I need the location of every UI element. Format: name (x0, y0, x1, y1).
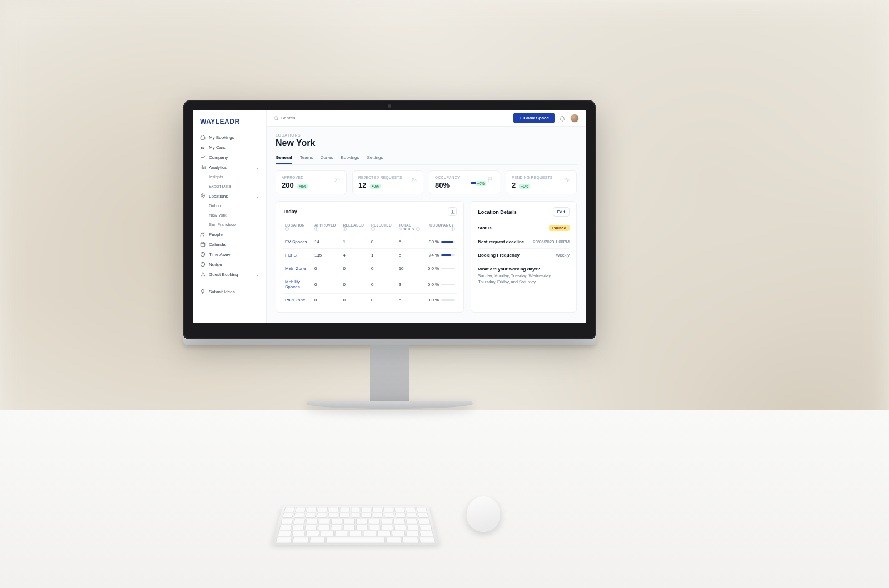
nav-loc-new-york[interactable]: New York (197, 210, 263, 220)
nav-label: Export Data (209, 184, 231, 189)
download-icon (450, 209, 455, 214)
info-icon: ⓘ (343, 227, 347, 231)
tab-bookings[interactable]: Bookings (341, 153, 359, 164)
nav-time-away[interactable]: Time Away (197, 249, 263, 259)
search-input[interactable] (281, 115, 392, 120)
kpi-occupancy: OCCUPANCY 80% +0% (429, 170, 500, 194)
sidebar: WAYLEADR My Bookings My Cars Company (193, 110, 267, 323)
nav-people[interactable]: People (197, 229, 263, 239)
cell-total: 5 (397, 294, 426, 307)
kpi-label: OCCUPANCY (435, 175, 494, 179)
cell-location[interactable]: Paid Zone (283, 294, 312, 307)
nav-submit-ideas[interactable]: Submit Ideas (197, 287, 263, 296)
monitor-neck (370, 345, 409, 401)
detail-deadline: Next request deadline 23/06/2023 1:00PM (478, 235, 570, 249)
table-row: Mobility Spaces00030.0 % (283, 275, 457, 294)
kpi-value: 80% (435, 181, 450, 189)
cell-total: 5 (397, 235, 426, 249)
kpi-approved: APPROVED 200 +0% (276, 170, 347, 194)
status-badge: Paused (549, 225, 570, 231)
kpi-value: 12 (358, 181, 366, 189)
nav-nudge[interactable]: Nudge (197, 259, 263, 269)
avatar[interactable] (570, 114, 579, 123)
cell-location[interactable]: Mobility Spaces (283, 275, 312, 294)
col-occupancy: OCCUPANCY ⓘ (425, 220, 457, 235)
home-icon (200, 134, 206, 140)
nav-calendar[interactable]: Calendar (197, 239, 263, 249)
nav-my-cars[interactable]: My Cars (197, 142, 263, 152)
page-title: New York (276, 138, 577, 148)
col-released: RELEASED ⓘ (341, 220, 368, 235)
tab-settings[interactable]: Settings (367, 153, 383, 164)
cell-rejected: 0 (369, 275, 397, 294)
book-space-button[interactable]: + Book Space (513, 113, 555, 123)
tab-zones[interactable]: Zones (321, 153, 333, 164)
nav-loc-dublin[interactable]: Dublin (197, 201, 263, 210)
nav-label: Time Away (209, 252, 231, 257)
bell-icon[interactable] (559, 115, 566, 122)
kpi-value: 2 (512, 181, 516, 189)
nav-my-bookings[interactable]: My Bookings (197, 132, 263, 142)
plus-icon: + (519, 115, 522, 120)
edit-button[interactable]: Edit (553, 207, 570, 217)
tab-teams[interactable]: Teams (300, 153, 313, 164)
detail-value: 23/06/2023 1:00PM (533, 239, 570, 244)
svg-point-11 (412, 178, 414, 180)
book-label: Book Space (523, 115, 549, 120)
svg-point-2 (202, 195, 204, 197)
nav-insights[interactable]: Insights (197, 172, 263, 182)
nav-label: People (209, 232, 223, 237)
tab-general[interactable]: General (276, 153, 292, 164)
tabs: General Teams Zones Bookings Settings (276, 153, 577, 165)
occupancy-bar (441, 284, 455, 285)
working-days-question: What are your working days? (478, 267, 570, 272)
nav-label: My Cars (209, 145, 226, 150)
nav-label: New York (209, 213, 227, 218)
kpi-pending: PENDING REQUESTS 2 +0% (506, 170, 577, 194)
download-button[interactable] (448, 207, 457, 216)
occupancy-bar (441, 268, 455, 269)
info-icon: ⓘ (451, 227, 455, 231)
info-icon: ⓘ (285, 227, 289, 231)
nav-analytics[interactable]: Analytics ⌄ (197, 162, 263, 172)
cell-occupancy: 0.0 % (425, 294, 457, 307)
detail-label: Next request deadline (478, 239, 524, 244)
cell-location[interactable]: FCFS (283, 249, 312, 262)
nav-loc-sf[interactable]: San Francisco (197, 220, 263, 229)
nav-label: San Francisco (209, 222, 236, 227)
chevron-down-icon: ⌄ (256, 194, 259, 199)
cell-released: 0 (341, 275, 368, 294)
cell-total: 3 (397, 275, 426, 294)
table-row: Paid Zone00050.0 % (283, 294, 457, 307)
nav: My Bookings My Cars Company Analytics ⌄ (193, 132, 266, 296)
nav-company[interactable]: Company (197, 152, 263, 162)
nav-guest-booking[interactable]: Guest Booking ⌄ (197, 269, 263, 279)
nav-label: Calendar (209, 242, 227, 247)
cell-total: 10 (397, 262, 426, 275)
occupancy-bar (441, 241, 455, 243)
cell-released: 4 (341, 249, 368, 262)
cell-location[interactable]: EV Spaces (283, 235, 312, 249)
col-rejected: REJECTED ⓘ (369, 220, 397, 235)
main-area: + Book Space LOCATIONS New York General … (267, 110, 586, 323)
panel-title: Location Details (478, 209, 517, 215)
info-icon: ⓘ (371, 227, 375, 231)
panel-title: Today (283, 209, 297, 214)
kpi-delta: +0% (297, 184, 308, 189)
cell-released: 0 (341, 262, 368, 275)
cell-location[interactable]: Main Zone (283, 262, 312, 275)
nav-locations[interactable]: Locations ⌄ (197, 191, 263, 201)
app-screen: WAYLEADR My Bookings My Cars Company (193, 110, 586, 323)
svg-point-10 (336, 178, 337, 180)
nav-export-data[interactable]: Export Data (197, 182, 263, 191)
nav-label: Insights (209, 174, 223, 179)
table-row: Main Zone000100.0 % (283, 262, 457, 275)
info-icon: ⓘ (415, 227, 420, 231)
cell-rejected: 0 (369, 262, 397, 275)
nav-label: My Bookings (209, 135, 234, 140)
cell-released: 1 (341, 235, 368, 249)
table-row: EV Spaces1410590 % (283, 235, 457, 249)
detail-value: Weekly (556, 253, 570, 258)
nav-label: Nudge (209, 262, 222, 267)
cell-approved: 0 (312, 275, 341, 294)
